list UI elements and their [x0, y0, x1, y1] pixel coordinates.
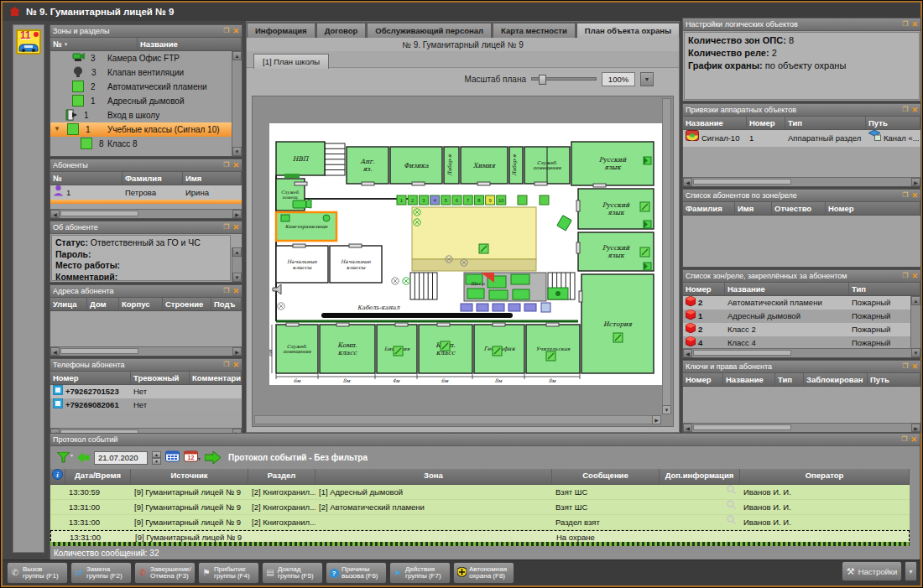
column-header[interactable]: Название	[723, 373, 775, 386]
pin-icon[interactable]: ❐	[223, 224, 229, 231]
column-header[interactable]: Имя	[183, 172, 242, 185]
scroll-down-icon[interactable]: ▼	[662, 405, 671, 414]
info-icon[interactable]: i	[50, 469, 65, 484]
pin-icon[interactable]: ❐	[223, 162, 229, 169]
close-icon[interactable]: ✕	[232, 162, 239, 169]
column-header[interactable]: Название	[138, 38, 242, 50]
column-header[interactable]: Тип	[849, 283, 920, 295]
calendar-icon[interactable]	[165, 450, 180, 466]
tab-План объекта охраны[interactable]: План объекта охраны	[576, 23, 680, 38]
close-icon[interactable]: ✕	[911, 273, 918, 280]
scroll-left-icon[interactable]: ◀	[683, 349, 692, 357]
scroll-right-icon[interactable]: ▶	[232, 210, 242, 218]
horizontal-scrollbar[interactable]: ◀ ▶	[683, 348, 920, 357]
pin-icon[interactable]: ❐	[223, 362, 229, 368]
close-icon[interactable]: ✕	[911, 363, 918, 371]
scroll-right-icon[interactable]: ▶	[232, 347, 242, 356]
scroll-right-icon[interactable]: ▶	[652, 415, 661, 424]
vertical-scrollbar[interactable]: ▲ ▼	[910, 296, 920, 357]
tab-Карта местности[interactable]: Карта местности	[493, 23, 576, 38]
calendar-select-icon[interactable]: 12	[184, 450, 201, 466]
close-icon[interactable]: ✕	[232, 28, 239, 35]
event-row[interactable]: 13:31:00 [9] Гуманитарный лицей № 9 На о…	[50, 530, 910, 542]
tab-Информация[interactable]: Информация	[247, 23, 315, 38]
scale-slider[interactable]	[531, 77, 597, 81]
scroll-right-icon[interactable]: ▶	[911, 178, 920, 186]
column-header[interactable]: Подъ	[211, 298, 242, 310]
button-Действия[interactable]: ➤ Действиягруппы (F7)	[389, 562, 451, 584]
column-header[interactable]: Оператор	[740, 469, 910, 484]
column-header[interactable]: Дом	[87, 298, 119, 310]
horizontal-scrollbar[interactable]: ◀ ▶	[683, 423, 920, 432]
column-header[interactable]: Номер	[683, 283, 725, 295]
zone-row[interactable]: 1 Адресный дымовой Пожарный	[683, 310, 910, 323]
close-icon[interactable]: ✕	[911, 192, 918, 200]
slider-thumb[interactable]	[539, 75, 546, 85]
close-icon[interactable]: ✕	[911, 21, 918, 29]
event-row[interactable]: 13:31:00 [9] Гуманитарный лицей № 9 [2] …	[50, 500, 910, 515]
prev-day-icon[interactable]	[77, 452, 90, 463]
zone-row[interactable]: 2 Класс 2 Пожарный	[683, 323, 910, 336]
column-header[interactable]: №▼	[50, 38, 138, 50]
scroll-left-icon[interactable]: ◀	[50, 210, 60, 218]
vehicle-badge[interactable]: 11	[16, 29, 41, 55]
column-header[interactable]: Тип	[775, 373, 804, 386]
date-spinner[interactable]: ▲▼	[152, 451, 161, 465]
phone-row[interactable]: +79269082061 Нет	[50, 398, 242, 412]
filter-icon[interactable]: ▾	[57, 452, 73, 463]
button-Завершение/[interactable]: ✆ Завершение/Отмена (F3)	[134, 562, 196, 584]
zone-tree-row[interactable]: 1 Вход в школу	[50, 108, 232, 122]
column-header[interactable]: Корпус	[119, 298, 163, 310]
column-header[interactable]: Имя	[735, 202, 772, 215]
plan-horizontal-scrollbar[interactable]	[254, 415, 661, 424]
hardware-row[interactable]: Сигнал-10 1 Аппаратный раздел Канал «...	[683, 130, 920, 147]
scale-value[interactable]: 100%	[602, 72, 635, 86]
scroll-left-icon[interactable]: ◀	[683, 178, 692, 186]
column-header[interactable]: Фамилия	[123, 172, 183, 185]
scroll-up-icon[interactable]: ▲	[232, 247, 242, 257]
scale-dropdown-icon[interactable]: ▼	[640, 72, 654, 86]
tab-Обслуживающий персонал[interactable]: Обслуживающий персонал	[367, 23, 492, 38]
column-header[interactable]: Отчество	[772, 202, 826, 215]
button-Автономная[interactable]: Автономнаяохрана (F8)	[453, 562, 514, 584]
column-header[interactable]: Заблокирован	[804, 373, 868, 386]
button-Доклад[interactable]: ▤ Докладгруппы (F5)	[262, 562, 323, 584]
pin-icon[interactable]: ❐	[902, 21, 908, 28]
column-header[interactable]: Источник	[131, 469, 248, 484]
expander-icon[interactable]: ▼	[54, 125, 60, 133]
pin-icon[interactable]: ❐	[902, 273, 908, 279]
zone-tree-row[interactable]: ▼ 1 Учебные классы (Сигнал 10)	[50, 122, 232, 137]
date-input[interactable]: 21.07.2020	[94, 451, 148, 465]
vertical-scrollbar[interactable]: ▲ ▼	[232, 51, 242, 156]
close-icon[interactable]: ✕	[232, 224, 239, 232]
zone-tree-row[interactable]: 8 Класс 8	[50, 137, 232, 151]
button-Причины[interactable]: ? Причинывызова (F6)	[326, 562, 387, 584]
column-header[interactable]: Раздел	[248, 469, 315, 484]
horizontal-scrollbar[interactable]: ◀ ▶	[683, 177, 920, 186]
scroll-up-icon[interactable]: ▲	[232, 51, 242, 60]
button-Вызов[interactable]: ✆ Вызовгруппы (F1)	[7, 562, 68, 584]
column-header[interactable]: Тревожный	[131, 372, 190, 384]
plan-tab[interactable]: [1] План школы	[253, 54, 329, 69]
zone-tree-row[interactable]: 2 Автоматический пламени	[50, 80, 232, 94]
pin-icon[interactable]: ❐	[901, 436, 907, 443]
apply-filter-icon[interactable]	[205, 451, 221, 464]
column-header[interactable]: Номер	[50, 372, 131, 384]
column-header[interactable]: Улица	[50, 298, 87, 310]
button-Замена[interactable]: ⇄ Заменагруппы (F2)	[70, 562, 132, 584]
horizontal-scrollbar[interactable]: ◀ ▶	[50, 346, 242, 356]
scroll-up-icon[interactable]: ▲	[911, 296, 920, 305]
column-header[interactable]: Путь	[866, 117, 920, 129]
column-header[interactable]: Путь	[868, 373, 920, 386]
column-header[interactable]: Тип	[785, 117, 866, 129]
close-icon[interactable]: ✕	[910, 436, 917, 444]
close-icon[interactable]: ✕	[232, 362, 239, 369]
plan-vertical-scrollbar[interactable]	[662, 98, 671, 414]
column-header[interactable]: Доп.информация	[660, 469, 740, 484]
zone-tree-row[interactable]: 3 Камера Офис FTP	[50, 51, 232, 65]
column-header[interactable]: Название	[683, 117, 747, 129]
column-header[interactable]: Фамилия	[683, 202, 735, 215]
column-header[interactable]: Дата/Время	[65, 469, 131, 484]
column-header[interactable]: Строение	[163, 298, 211, 310]
zone-row[interactable]: 2 Автоматический пламени Пожарный	[683, 296, 910, 310]
